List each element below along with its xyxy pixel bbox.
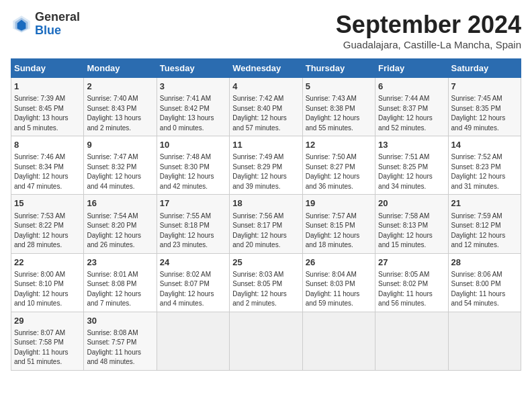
day-info: Sunrise: 7:50 AM Sunset: 8:27 PM Dayligh… (306, 152, 372, 191)
day-number: 10 (160, 139, 226, 151)
day-number: 16 (87, 197, 153, 210)
day-number: 27 (378, 257, 445, 269)
calendar-cell: 15Sunrise: 7:53 AM Sunset: 8:22 PM Dayli… (11, 195, 84, 253)
day-number: 30 (87, 315, 153, 327)
day-info: Sunrise: 7:39 AM Sunset: 8:45 PM Dayligh… (14, 94, 81, 133)
calendar-cell (157, 312, 229, 370)
page-header: General Blue September 2024 Guadalajara,… (11, 11, 521, 50)
day-number: 14 (451, 139, 518, 151)
calendar-week-1: 1Sunrise: 7:39 AM Sunset: 8:45 PM Daylig… (11, 78, 521, 136)
calendar-week-2: 8Sunrise: 7:46 AM Sunset: 8:34 PM Daylig… (11, 136, 521, 195)
calendar-cell: 22Sunrise: 8:00 AM Sunset: 8:10 PM Dayli… (11, 253, 84, 312)
calendar-week-3: 15Sunrise: 7:53 AM Sunset: 8:22 PM Dayli… (11, 195, 521, 253)
day-info: Sunrise: 8:02 AM Sunset: 8:07 PM Dayligh… (160, 270, 226, 309)
day-number: 12 (306, 139, 372, 151)
calendar-week-5: 29Sunrise: 8:07 AM Sunset: 7:58 PM Dayli… (11, 312, 521, 370)
day-number: 18 (232, 197, 299, 210)
day-number: 29 (14, 315, 81, 327)
day-info: Sunrise: 7:54 AM Sunset: 8:20 PM Dayligh… (87, 212, 153, 250)
calendar-cell: 9Sunrise: 7:47 AM Sunset: 8:32 PM Daylig… (84, 136, 157, 195)
header-saturday: Saturday (448, 59, 521, 78)
day-number: 13 (378, 139, 445, 151)
title-block: September 2024 Guadalajara, Castille-La … (336, 11, 521, 50)
calendar-cell: 26Sunrise: 8:04 AM Sunset: 8:03 PM Dayli… (302, 253, 375, 312)
calendar-cell: 23Sunrise: 8:01 AM Sunset: 8:08 PM Dayli… (84, 253, 157, 312)
day-number: 20 (378, 197, 445, 210)
day-info: Sunrise: 7:48 AM Sunset: 8:30 PM Dayligh… (160, 152, 226, 191)
calendar-cell: 13Sunrise: 7:51 AM Sunset: 8:25 PM Dayli… (375, 136, 448, 195)
calendar-cell: 3Sunrise: 7:41 AM Sunset: 8:42 PM Daylig… (157, 78, 229, 136)
calendar-cell: 16Sunrise: 7:54 AM Sunset: 8:20 PM Dayli… (84, 195, 157, 253)
calendar-week-4: 22Sunrise: 8:00 AM Sunset: 8:10 PM Dayli… (11, 253, 521, 312)
header-thursday: Thursday (302, 59, 375, 78)
logo-line1: General (35, 11, 80, 24)
day-info: Sunrise: 7:43 AM Sunset: 8:38 PM Dayligh… (306, 94, 372, 133)
header-friday: Friday (375, 59, 448, 78)
day-info: Sunrise: 7:57 AM Sunset: 8:15 PM Dayligh… (306, 212, 372, 250)
day-number: 22 (14, 257, 81, 269)
day-info: Sunrise: 7:46 AM Sunset: 8:34 PM Dayligh… (14, 152, 81, 191)
calendar-cell: 1Sunrise: 7:39 AM Sunset: 8:45 PM Daylig… (11, 78, 84, 136)
header-wednesday: Wednesday (230, 59, 302, 78)
day-number: 23 (87, 257, 153, 269)
day-number: 7 (451, 81, 518, 93)
calendar-cell: 5Sunrise: 7:43 AM Sunset: 8:38 PM Daylig… (302, 78, 375, 136)
calendar-cell: 7Sunrise: 7:45 AM Sunset: 8:35 PM Daylig… (448, 78, 521, 136)
logo-text: General Blue (35, 11, 80, 38)
calendar-cell: 20Sunrise: 7:58 AM Sunset: 8:13 PM Dayli… (375, 195, 448, 253)
day-number: 25 (232, 257, 299, 269)
calendar-cell: 12Sunrise: 7:50 AM Sunset: 8:27 PM Dayli… (302, 136, 375, 195)
day-info: Sunrise: 7:55 AM Sunset: 8:18 PM Dayligh… (160, 212, 226, 250)
calendar-cell: 14Sunrise: 7:52 AM Sunset: 8:23 PM Dayli… (448, 136, 521, 195)
day-number: 28 (451, 257, 518, 269)
calendar-cell (448, 312, 521, 370)
logo-icon (11, 13, 32, 35)
day-number: 17 (160, 197, 226, 210)
calendar-cell: 21Sunrise: 7:59 AM Sunset: 8:12 PM Dayli… (448, 195, 521, 253)
logo: General Blue (11, 11, 80, 38)
calendar-cell: 30Sunrise: 8:08 AM Sunset: 7:57 PM Dayli… (84, 312, 157, 370)
day-info: Sunrise: 7:44 AM Sunset: 8:37 PM Dayligh… (378, 94, 445, 133)
day-info: Sunrise: 7:45 AM Sunset: 8:35 PM Dayligh… (451, 94, 518, 133)
day-number: 21 (451, 197, 518, 210)
day-number: 1 (14, 81, 81, 93)
header-monday: Monday (84, 59, 157, 78)
calendar-cell: 11Sunrise: 7:49 AM Sunset: 8:29 PM Dayli… (230, 136, 302, 195)
calendar-cell: 17Sunrise: 7:55 AM Sunset: 8:18 PM Dayli… (157, 195, 229, 253)
calendar-cell: 19Sunrise: 7:57 AM Sunset: 8:15 PM Dayli… (302, 195, 375, 253)
day-number: 4 (232, 81, 299, 93)
month-title: September 2024 (336, 11, 521, 39)
calendar-table: SundayMondayTuesdayWednesdayThursdayFrid… (11, 58, 521, 371)
day-info: Sunrise: 7:58 AM Sunset: 8:13 PM Dayligh… (378, 212, 445, 250)
calendar-cell: 4Sunrise: 7:42 AM Sunset: 8:40 PM Daylig… (230, 78, 302, 136)
day-number: 15 (14, 197, 81, 210)
day-info: Sunrise: 8:03 AM Sunset: 8:05 PM Dayligh… (232, 270, 299, 309)
day-info: Sunrise: 7:59 AM Sunset: 8:12 PM Dayligh… (451, 212, 518, 250)
calendar-cell: 2Sunrise: 7:40 AM Sunset: 8:43 PM Daylig… (84, 78, 157, 136)
day-info: Sunrise: 8:07 AM Sunset: 7:58 PM Dayligh… (14, 328, 81, 367)
calendar-cell: 10Sunrise: 7:48 AM Sunset: 8:30 PM Dayli… (157, 136, 229, 195)
day-number: 3 (160, 81, 226, 93)
calendar-cell (302, 312, 375, 370)
day-info: Sunrise: 7:47 AM Sunset: 8:32 PM Dayligh… (87, 152, 153, 191)
day-info: Sunrise: 7:41 AM Sunset: 8:42 PM Dayligh… (160, 94, 226, 133)
day-info: Sunrise: 8:04 AM Sunset: 8:03 PM Dayligh… (306, 270, 372, 309)
day-info: Sunrise: 8:05 AM Sunset: 8:02 PM Dayligh… (378, 270, 445, 309)
calendar-cell: 25Sunrise: 8:03 AM Sunset: 8:05 PM Dayli… (230, 253, 302, 312)
calendar-cell (375, 312, 448, 370)
day-info: Sunrise: 8:08 AM Sunset: 7:57 PM Dayligh… (87, 328, 153, 367)
header-sunday: Sunday (11, 59, 84, 78)
day-number: 5 (306, 81, 372, 93)
day-info: Sunrise: 7:52 AM Sunset: 8:23 PM Dayligh… (451, 152, 518, 191)
logo-line2: Blue (35, 24, 61, 37)
day-number: 2 (87, 81, 153, 93)
calendar-cell (230, 312, 302, 370)
day-number: 9 (87, 139, 153, 151)
header-tuesday: Tuesday (157, 59, 229, 78)
calendar-cell: 24Sunrise: 8:02 AM Sunset: 8:07 PM Dayli… (157, 253, 229, 312)
calendar-cell: 29Sunrise: 8:07 AM Sunset: 7:58 PM Dayli… (11, 312, 84, 370)
calendar-header-row: SundayMondayTuesdayWednesdayThursdayFrid… (11, 59, 521, 78)
day-number: 11 (232, 139, 299, 151)
day-info: Sunrise: 8:00 AM Sunset: 8:10 PM Dayligh… (14, 270, 81, 309)
day-number: 19 (306, 197, 372, 210)
